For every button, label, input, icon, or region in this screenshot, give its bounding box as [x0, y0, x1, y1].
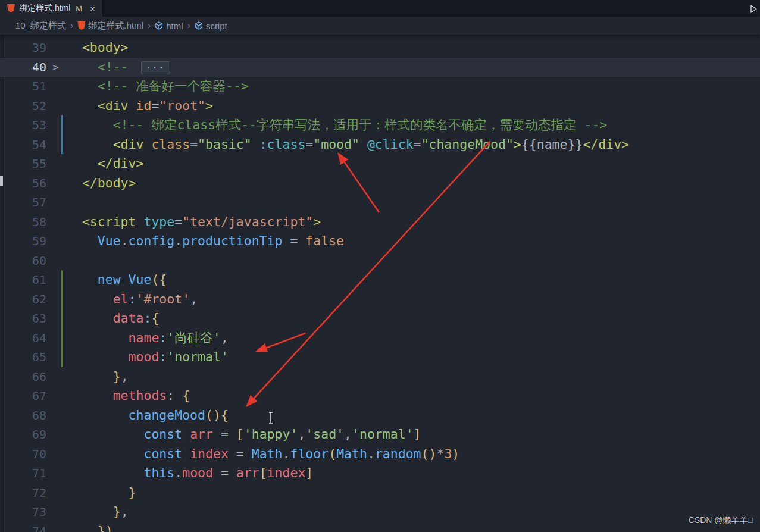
line-number[interactable]: 57	[0, 193, 46, 212]
line-number[interactable]: 67	[0, 386, 46, 406]
code-token: <body>	[82, 40, 129, 55]
code-text: new Vue({	[0, 270, 760, 290]
code-token: :	[129, 292, 136, 306]
code-line[interactable]: 52 <div id="root">	[0, 96, 760, 116]
code-token: }	[113, 369, 121, 384]
code-lines: 39 <body>40> <!-- ···51 <!-- 准备好一个容器-->5…	[0, 38, 760, 532]
code-line[interactable]: 62 el:'#root',	[0, 290, 760, 309]
code-line[interactable]: 53 <!-- 绑定class样式--字符串写法，适用于：样式的类名不确定，需要…	[0, 115, 760, 135]
code-line[interactable]: 58 <script type="text/javascript">	[0, 212, 760, 232]
code-editor[interactable]: 39 <body>40> <!-- ···51 <!-- 准备好一个容器-->5…	[0, 35, 760, 532]
code-line[interactable]: 69 const arr = ['happy','sad','normal']	[0, 425, 760, 445]
code-token: <!-- 绑定class样式--字符串写法，适用于：样式的类名不确定，需要动态指…	[113, 117, 608, 132]
code-line[interactable]: 64 name:'尚硅谷',	[0, 328, 760, 348]
code-token: =	[414, 137, 421, 152]
line-number[interactable]: 68	[0, 406, 46, 425]
breadcrumb-item-script-symbol[interactable]: script	[195, 21, 227, 31]
code-line[interactable]: 39 <body>	[0, 38, 760, 58]
code-token: :class	[259, 137, 306, 152]
code-line[interactable]: 56 </body>	[0, 174, 760, 193]
line-number[interactable]: 72	[0, 483, 46, 503]
code-token: =	[190, 137, 198, 152]
code-token: <!--	[98, 60, 136, 74]
code-line[interactable]: 72 }	[0, 483, 760, 503]
line-number[interactable]: 40	[0, 58, 46, 77]
run-button[interactable]	[748, 4, 759, 14]
code-line[interactable]: 67 methods: {	[0, 386, 760, 406]
folded-code-badge[interactable]: ···	[141, 61, 170, 74]
code-line[interactable]: 71 this.mood = arr[index]	[0, 464, 760, 483]
code-line[interactable]: 66 },	[0, 367, 760, 387]
line-number[interactable]: 59	[0, 231, 46, 251]
breadcrumb-html-label: html	[166, 21, 183, 31]
code-line[interactable]: 40> <!-- ···	[0, 58, 760, 77]
line-number[interactable]: 39	[0, 38, 46, 58]
code-text: },	[0, 367, 760, 387]
code-token: ()	[421, 446, 437, 461]
code-token: </div>	[583, 137, 629, 152]
code-line[interactable]: 73 },	[0, 502, 760, 522]
code-token: ,	[344, 427, 352, 442]
line-number[interactable]: 65	[0, 348, 46, 367]
code-line[interactable]: 61 new Vue({	[0, 270, 760, 290]
code-line[interactable]: 63 data:{	[0, 309, 760, 328]
line-number[interactable]: 54	[0, 135, 46, 155]
code-token: methods	[113, 388, 167, 403]
code-line[interactable]: 51 <!-- 准备好一个容器-->	[0, 77, 760, 96]
code-line[interactable]: 74 })	[0, 522, 760, 532]
code-token: Vue	[129, 272, 152, 287]
close-tab-icon[interactable]: ×	[90, 4, 95, 13]
code-line[interactable]: 65 mood:'normal'	[0, 348, 760, 367]
code-text: methods: {	[0, 386, 760, 406]
code-line[interactable]: 59 Vue.config.productionTip = false	[0, 231, 760, 251]
code-token: "changeMood"	[421, 137, 514, 152]
code-token: this	[143, 465, 174, 480]
line-number[interactable]: 74	[0, 522, 46, 532]
line-number[interactable]: 58	[0, 212, 46, 232]
line-number[interactable]: 55	[0, 154, 46, 174]
line-number[interactable]: 53	[0, 115, 46, 135]
code-token: [	[236, 427, 244, 442]
code-text: data:{	[0, 309, 760, 328]
breadcrumb: 10_绑定样式 › 绑定样式.html › html › script	[0, 17, 760, 35]
line-number[interactable]: 73	[0, 502, 46, 522]
line-number[interactable]: 71	[0, 464, 46, 483]
code-token: >	[205, 98, 213, 113]
code-token: =	[213, 465, 236, 480]
code-line[interactable]: 68 changeMood(){	[0, 406, 760, 425]
line-number[interactable]: 63	[0, 309, 46, 328]
line-number[interactable]: 51	[0, 77, 46, 96]
code-line[interactable]: 70 const index = Math.floor(Math.random(…	[0, 445, 760, 464]
line-number[interactable]: 69	[0, 425, 46, 445]
breadcrumb-item-folder[interactable]: 10_绑定样式	[15, 20, 66, 32]
code-line[interactable]: 60	[0, 251, 760, 271]
code-line[interactable]: 54 <div class="basic" :class="mood" @cli…	[0, 135, 760, 155]
line-number[interactable]: 64	[0, 328, 46, 348]
editor-tab[interactable]: 绑定样式.html M ×	[0, 0, 103, 17]
breadcrumb-separator-icon: ›	[187, 20, 190, 31]
code-token: .	[121, 233, 129, 248]
line-number[interactable]: 62	[0, 290, 46, 309]
code-token: name	[129, 330, 159, 345]
fold-chevron-icon[interactable]: >	[52, 58, 59, 77]
breadcrumb-separator-icon: ›	[148, 20, 151, 31]
breadcrumb-separator-icon: ›	[70, 20, 73, 31]
line-number[interactable]: 61	[0, 270, 46, 290]
line-number[interactable]: 70	[0, 445, 46, 464]
code-token: 'happy'	[244, 427, 298, 442]
code-line[interactable]: 57	[0, 193, 760, 212]
code-token: ,	[298, 427, 305, 442]
line-number[interactable]: 66	[0, 367, 46, 387]
code-text: })	[0, 522, 760, 532]
code-token: arr	[190, 427, 213, 442]
code-token: Math	[252, 446, 283, 461]
code-token: productionTip	[182, 233, 282, 248]
breadcrumb-item-html-symbol[interactable]: html	[155, 21, 183, 31]
line-number[interactable]: 60	[0, 251, 46, 271]
line-number[interactable]: 52	[0, 96, 46, 116]
line-number[interactable]: 56	[0, 174, 46, 193]
code-token: .	[174, 233, 182, 248]
breadcrumb-item-file[interactable]: 绑定样式.html	[77, 20, 143, 32]
code-token: "mood"	[313, 137, 359, 152]
code-line[interactable]: 55 </div>	[0, 154, 760, 174]
